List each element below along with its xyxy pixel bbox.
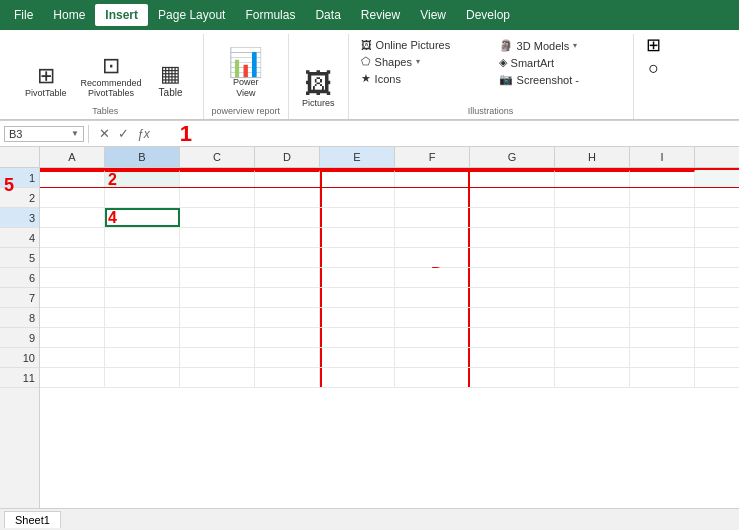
cell-d3[interactable] <box>255 208 320 227</box>
cell-i5[interactable] <box>630 248 695 267</box>
sheet-tab-1[interactable]: Sheet1 <box>4 511 61 528</box>
cell-f4[interactable] <box>395 228 470 247</box>
icons-button[interactable]: ★ Icons <box>357 71 487 86</box>
row-num-5[interactable]: 5 <box>0 248 39 268</box>
row-num-10[interactable]: 10 <box>0 348 39 368</box>
cell-c8[interactable] <box>180 308 255 327</box>
cell-d6[interactable] <box>255 268 320 287</box>
menu-home[interactable]: Home <box>43 4 95 26</box>
pivot-table-button[interactable]: ⊞ PivotTable <box>20 62 72 102</box>
cell-b4[interactable] <box>105 228 180 247</box>
screenshot-button[interactable]: 📷 Screenshot - <box>495 72 625 87</box>
menu-file[interactable]: File <box>4 4 43 26</box>
cell-a3[interactable] <box>40 208 105 227</box>
online-pictures-button[interactable]: 🖼 Online Pictures <box>357 38 487 52</box>
cell-b10[interactable] <box>105 348 180 367</box>
cell-e3[interactable] <box>320 208 395 227</box>
cell-g2[interactable] <box>470 188 555 207</box>
cell-h3[interactable] <box>555 208 630 227</box>
cell-e6[interactable] <box>320 268 395 287</box>
cancel-formula-button[interactable]: ✕ <box>97 126 112 141</box>
cell-a7[interactable] <box>40 288 105 307</box>
row-num-2[interactable]: 2 <box>0 188 39 208</box>
cell-b9[interactable] <box>105 328 180 347</box>
cell-g6[interactable] <box>470 268 555 287</box>
cell-g1[interactable] <box>470 170 555 187</box>
row-num-9[interactable]: 9 <box>0 328 39 348</box>
cell-e1[interactable] <box>320 170 395 187</box>
shapes-button[interactable]: ⬠ Shapes ▾ <box>357 54 487 69</box>
smartart-button[interactable]: ◈ SmartArt <box>495 55 625 70</box>
cell-c1[interactable] <box>180 170 255 187</box>
cell-b5[interactable] <box>105 248 180 267</box>
pictures-button[interactable]: 🖼 Pictures <box>297 67 340 112</box>
confirm-formula-button[interactable]: ✓ <box>116 126 131 141</box>
cell-c11[interactable] <box>180 368 255 387</box>
cell-f7[interactable] <box>395 288 470 307</box>
menu-data[interactable]: Data <box>305 4 350 26</box>
cell-i7[interactable] <box>630 288 695 307</box>
col-header-d[interactable]: D <box>255 147 320 167</box>
recommended-pivot-button[interactable]: ⊡ Recommended PivotTables <box>76 52 147 102</box>
name-box[interactable]: B3 ▼ <box>4 126 84 142</box>
cell-f6[interactable] <box>395 268 470 287</box>
cell-h2[interactable] <box>555 188 630 207</box>
row-num-11[interactable]: 11 <box>0 368 39 388</box>
cell-c10[interactable] <box>180 348 255 367</box>
cell-e8[interactable] <box>320 308 395 327</box>
cell-a1[interactable] <box>40 170 105 187</box>
cell-b1[interactable]: 2 <box>105 170 180 187</box>
cell-d1[interactable] <box>255 170 320 187</box>
cell-g8[interactable] <box>470 308 555 327</box>
cell-a11[interactable] <box>40 368 105 387</box>
cell-h5[interactable] <box>555 248 630 267</box>
cell-b8[interactable] <box>105 308 180 327</box>
menu-pagelayout[interactable]: Page Layout <box>148 4 235 26</box>
cell-i11[interactable] <box>630 368 695 387</box>
cell-e4[interactable] <box>320 228 395 247</box>
col-header-b[interactable]: B <box>105 147 180 167</box>
col-header-g[interactable]: G <box>470 147 555 167</box>
cell-h4[interactable] <box>555 228 630 247</box>
cell-g3[interactable] <box>470 208 555 227</box>
cell-i6[interactable] <box>630 268 695 287</box>
cell-e10[interactable] <box>320 348 395 367</box>
cell-g10[interactable] <box>470 348 555 367</box>
cell-i3[interactable] <box>630 208 695 227</box>
cell-f11[interactable] <box>395 368 470 387</box>
col-header-e[interactable]: E <box>320 147 395 167</box>
cell-h9[interactable] <box>555 328 630 347</box>
table-button[interactable]: ▦ Table <box>151 60 191 102</box>
3d-models-button[interactable]: 🗿 3D Models ▾ <box>495 38 625 53</box>
cell-b3[interactable]: 4 <box>105 208 180 227</box>
cell-c3[interactable] <box>180 208 255 227</box>
cell-d5[interactable] <box>255 248 320 267</box>
cell-d4[interactable] <box>255 228 320 247</box>
col-header-c[interactable]: C <box>180 147 255 167</box>
cell-e11[interactable] <box>320 368 395 387</box>
cell-g5[interactable] <box>470 248 555 267</box>
row-num-7[interactable]: 7 <box>0 288 39 308</box>
cell-g9[interactable] <box>470 328 555 347</box>
cell-e5[interactable] <box>320 248 395 267</box>
menu-insert[interactable]: Insert <box>95 4 148 26</box>
cell-c7[interactable] <box>180 288 255 307</box>
cell-g4[interactable] <box>470 228 555 247</box>
formula-input[interactable]: 1 <box>156 121 735 147</box>
cell-a10[interactable] <box>40 348 105 367</box>
cell-a5[interactable] <box>40 248 105 267</box>
cell-g7[interactable] <box>470 288 555 307</box>
cell-b11[interactable] <box>105 368 180 387</box>
cell-d10[interactable] <box>255 348 320 367</box>
cell-i10[interactable] <box>630 348 695 367</box>
cell-i8[interactable] <box>630 308 695 327</box>
cell-c6[interactable] <box>180 268 255 287</box>
cell-h10[interactable] <box>555 348 630 367</box>
cell-h1[interactable] <box>555 170 630 187</box>
menu-view[interactable]: View <box>410 4 456 26</box>
col-header-a[interactable]: A <box>40 147 105 167</box>
cell-f3[interactable]: 3 <box>395 208 470 227</box>
addon-button-1[interactable]: ⊞ <box>646 34 661 56</box>
cell-f9[interactable] <box>395 328 470 347</box>
corner-cell[interactable] <box>0 147 40 167</box>
